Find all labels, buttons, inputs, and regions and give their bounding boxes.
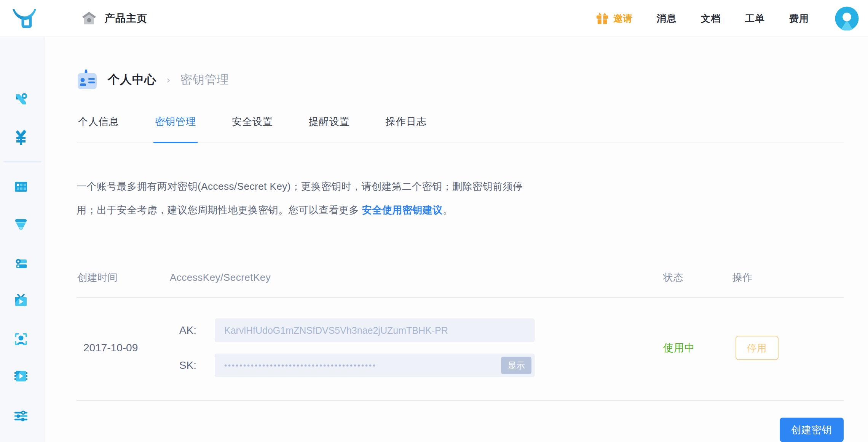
key-policy-notice: 一个账号最多拥有两对密钥(Access/Secret Key)；更换密钥时，请创… — [77, 175, 568, 222]
notice-period: 。 — [443, 204, 453, 216]
footer-actions: 创建密钥 — [77, 418, 844, 442]
header-nav: 邀请 消息 文档 工单 费用 — [596, 6, 859, 30]
breadcrumb-section[interactable]: 个人中心 — [108, 72, 156, 88]
main-content: 个人中心 › 密钥管理 个人信息 密钥管理 安全设置 提醒设置 操作日志 一个账… — [45, 37, 868, 442]
create-key-button[interactable]: 创建密钥 — [780, 418, 844, 442]
sidebar-divider — [3, 162, 41, 162]
sk-label: SK: — [170, 359, 196, 372]
media-codec-icon[interactable] — [13, 368, 29, 384]
disable-key-button[interactable]: 停用 — [736, 336, 779, 360]
tab-reminder-settings[interactable]: 提醒设置 — [307, 115, 351, 143]
tab-operation-log[interactable]: 操作日志 — [384, 115, 428, 143]
breadcrumb: 个人中心 › 密钥管理 — [77, 69, 844, 90]
keys-table-header: 创建时间 AccessKey/SecretKey 状态 操作 — [77, 271, 844, 298]
tuning-sliders-icon[interactable] — [13, 408, 29, 424]
home-icon — [82, 11, 96, 25]
nav-messages[interactable]: 消息 — [657, 12, 677, 25]
user-avatar[interactable] — [835, 6, 859, 30]
face-recognition-icon[interactable] — [13, 331, 29, 348]
header-created-time: 创建时间 — [77, 271, 170, 284]
live-tv-icon[interactable] — [13, 293, 29, 309]
ak-label: AK: — [170, 324, 196, 336]
security-advice-link[interactable]: 安全使用密钥建议 — [362, 204, 443, 216]
header-accesskey-secretkey: AccessKey/SecretKey — [170, 271, 657, 284]
secret-key-input[interactable] — [215, 354, 535, 377]
data-funnel-icon[interactable] — [13, 216, 29, 233]
access-key-input[interactable] — [215, 319, 535, 342]
tab-personal-info[interactable]: 个人信息 — [77, 115, 121, 143]
nav-invite[interactable]: 邀请 — [596, 12, 632, 25]
id-card-icon — [77, 69, 98, 90]
nav-docs[interactable]: 文档 — [701, 12, 721, 25]
chevron-right-icon: › — [166, 74, 171, 86]
notice-line1: 一个账号最多拥有两对密钥(Access/Secret Key)；更换密钥时，请创… — [77, 181, 523, 192]
product-home-link[interactable]: 产品主页 — [82, 11, 147, 25]
status-badge: 使用中 — [657, 342, 695, 354]
apps-grid-icon[interactable] — [13, 178, 29, 195]
left-sidebar — [0, 37, 45, 442]
tab-key-management[interactable]: 密钥管理 — [153, 115, 198, 143]
top-header: 产品主页 邀请 消息 文档 工单 费用 — [0, 0, 868, 37]
tab-bar: 个人信息 密钥管理 安全设置 提醒设置 操作日志 — [77, 115, 844, 143]
nav-billing[interactable]: 费用 — [789, 12, 809, 25]
show-secret-button[interactable]: 显示 — [501, 357, 531, 374]
brand-bull-logo-icon[interactable] — [11, 8, 37, 28]
nav-logo-n-icon[interactable] — [13, 91, 29, 107]
notice-line2: 用；出于安全考虑，建议您周期性地更换密钥。您可以查看更多 — [77, 204, 362, 216]
billing-yen-icon[interactable] — [13, 129, 29, 146]
nav-tickets[interactable]: 工单 — [745, 12, 765, 25]
gift-icon — [596, 12, 609, 25]
breadcrumb-current: 密钥管理 — [180, 72, 229, 88]
table-row: 2017-10-09 AK: SK: 显示 使用中 — [77, 298, 844, 401]
nav-invite-label: 邀请 — [613, 12, 632, 25]
list-config-icon[interactable] — [13, 255, 29, 272]
page-title: 产品主页 — [105, 11, 147, 25]
created-date: 2017-10-09 — [77, 342, 170, 354]
tab-security-settings[interactable]: 安全设置 — [230, 115, 274, 143]
header-action: 操作 — [729, 271, 844, 284]
keys-table: 创建时间 AccessKey/SecretKey 状态 操作 2017-10-0… — [77, 271, 844, 401]
header-status: 状态 — [657, 271, 729, 284]
